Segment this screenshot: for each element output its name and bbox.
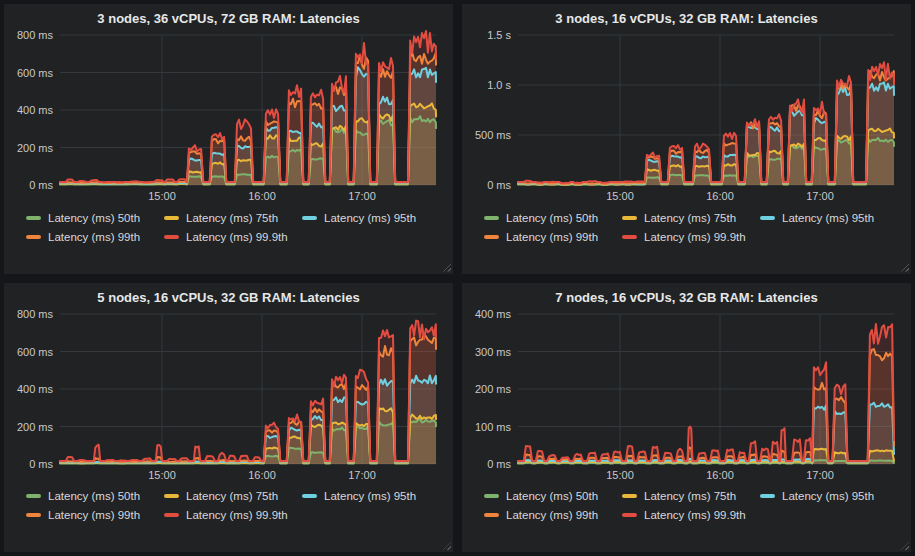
legend-color-swatch [484, 216, 499, 220]
panel-3n-36vcpu: 3 nodes, 36 vCPUs, 72 GB RAM: Latencies … [4, 4, 453, 274]
legend-label: Latency (ms) 99th [506, 509, 598, 521]
panel-resize-handle-icon[interactable] [443, 264, 451, 272]
y-tick-label: 400 ms [475, 308, 512, 320]
legend-color-swatch [26, 513, 41, 517]
y-tick-label: 300 ms [475, 345, 512, 357]
panel-title[interactable]: 3 nodes, 36 vCPUs, 72 GB RAM: Latencies [14, 9, 443, 29]
latency-graph[interactable]: 0 ms200 ms400 ms600 ms800 ms15:0016:0017… [14, 29, 441, 205]
legend-color-swatch [484, 235, 499, 239]
x-tick-label: 15:00 [606, 469, 634, 481]
legend-color-swatch [760, 494, 775, 498]
legend-color-swatch [484, 513, 499, 517]
legend-label: Latency (ms) 75th [186, 212, 278, 224]
legend-item[interactable]: Latency (ms) 75th [164, 487, 302, 506]
legend-item[interactable]: Latency (ms) 50th [484, 208, 622, 227]
panel-title[interactable]: 3 nodes, 16 vCPUs, 32 GB RAM: Latencies [472, 9, 901, 29]
y-tick-label: 0 ms [487, 458, 511, 470]
legend-color-swatch [622, 494, 637, 498]
dashboard: 3 nodes, 36 vCPUs, 72 GB RAM: Latencies … [0, 0, 915, 556]
legend-item[interactable]: Latency (ms) 75th [622, 487, 760, 506]
panel-resize-handle-icon[interactable] [901, 542, 909, 550]
graph-legend: Latency (ms) 50thLatency (ms) 75thLatenc… [472, 487, 901, 525]
legend-item[interactable]: Latency (ms) 99th [484, 506, 622, 525]
y-tick-label: 100 ms [475, 420, 512, 432]
x-tick-label: 17:00 [806, 190, 834, 202]
x-tick-label: 15:00 [606, 190, 634, 202]
legend-color-swatch [164, 216, 179, 220]
legend-color-swatch [760, 216, 775, 220]
panel-title[interactable]: 7 nodes, 16 vCPUs, 32 GB RAM: Latencies [472, 288, 901, 308]
x-tick-label: 17:00 [348, 190, 376, 202]
legend-label: Latency (ms) 50th [48, 490, 140, 502]
legend-item[interactable]: Latency (ms) 95th [302, 487, 440, 506]
y-tick-label: 1.0 s [487, 79, 511, 91]
x-tick-label: 16:00 [248, 190, 276, 202]
x-tick-label: 16:00 [706, 469, 734, 481]
y-tick-label: 400 ms [17, 383, 54, 395]
legend-label: Latency (ms) 95th [324, 490, 416, 502]
y-tick-label: 600 ms [17, 345, 54, 357]
legend-color-swatch [164, 235, 179, 239]
legend-label: Latency (ms) 95th [782, 490, 874, 502]
legend-color-swatch [622, 216, 637, 220]
legend-color-swatch [26, 494, 41, 498]
legend-item[interactable]: Latency (ms) 75th [164, 208, 302, 227]
legend-label: Latency (ms) 99.9th [644, 231, 746, 243]
y-tick-label: 500 ms [475, 129, 512, 141]
legend-label: Latency (ms) 75th [186, 490, 278, 502]
legend-label: Latency (ms) 75th [644, 212, 736, 224]
graph-legend: Latency (ms) 50thLatency (ms) 75thLatenc… [472, 208, 901, 246]
legend-item[interactable]: Latency (ms) 99th [26, 227, 164, 246]
legend-color-swatch [622, 235, 637, 239]
legend-color-swatch [622, 513, 637, 517]
legend-item[interactable]: Latency (ms) 99.9th [622, 506, 760, 525]
legend-item[interactable]: Latency (ms) 50th [484, 487, 622, 506]
legend-label: Latency (ms) 99th [48, 231, 140, 243]
panel-title[interactable]: 5 nodes, 16 vCPUs, 32 GB RAM: Latencies [14, 288, 443, 308]
legend-item[interactable]: Latency (ms) 95th [760, 487, 898, 506]
panel-7n-16vcpu: 7 nodes, 16 vCPUs, 32 GB RAM: Latencies … [462, 283, 911, 553]
legend-label: Latency (ms) 50th [506, 490, 598, 502]
legend-color-swatch [484, 494, 499, 498]
x-tick-label: 17:00 [806, 469, 834, 481]
legend-color-swatch [302, 494, 317, 498]
legend-item[interactable]: Latency (ms) 95th [760, 208, 898, 227]
legend-color-swatch [302, 216, 317, 220]
y-tick-label: 1.5 s [487, 29, 511, 41]
legend-color-swatch [164, 513, 179, 517]
y-tick-label: 200 ms [17, 420, 54, 432]
legend-color-swatch [164, 494, 179, 498]
x-tick-label: 16:00 [706, 190, 734, 202]
legend-label: Latency (ms) 50th [48, 212, 140, 224]
x-tick-label: 15:00 [148, 469, 176, 481]
legend-label: Latency (ms) 95th [782, 212, 874, 224]
legend-item[interactable]: Latency (ms) 99th [26, 506, 164, 525]
y-tick-label: 200 ms [475, 383, 512, 395]
panel-3n-16vcpu: 3 nodes, 16 vCPUs, 32 GB RAM: Latencies … [462, 4, 911, 274]
legend-item[interactable]: Latency (ms) 50th [26, 208, 164, 227]
legend-item[interactable]: Latency (ms) 50th [26, 487, 164, 506]
y-tick-label: 600 ms [17, 67, 54, 79]
legend-item[interactable]: Latency (ms) 99.9th [622, 227, 760, 246]
latency-graph[interactable]: 0 ms200 ms400 ms600 ms800 ms15:0016:0017… [14, 308, 441, 484]
legend-item[interactable]: Latency (ms) 99.9th [164, 227, 302, 246]
legend-item[interactable]: Latency (ms) 75th [622, 208, 760, 227]
panel-resize-handle-icon[interactable] [901, 264, 909, 272]
y-tick-label: 800 ms [17, 29, 54, 41]
latency-graph[interactable]: 0 ms500 ms1.0 s1.5 s15:0016:0017:00 [472, 29, 899, 205]
legend-label: Latency (ms) 50th [506, 212, 598, 224]
y-tick-label: 800 ms [17, 308, 54, 320]
legend-label: Latency (ms) 75th [644, 490, 736, 502]
latency-graph[interactable]: 0 ms100 ms200 ms300 ms400 ms15:0016:0017… [472, 308, 899, 484]
legend-item[interactable]: Latency (ms) 95th [302, 208, 440, 227]
y-tick-label: 400 ms [17, 104, 54, 116]
legend-item[interactable]: Latency (ms) 99.9th [164, 506, 302, 525]
y-tick-label: 0 ms [29, 458, 53, 470]
y-tick-label: 0 ms [29, 179, 53, 191]
y-tick-label: 200 ms [17, 142, 54, 154]
graph-legend: Latency (ms) 50thLatency (ms) 75thLatenc… [14, 487, 443, 525]
legend-color-swatch [26, 216, 41, 220]
x-tick-label: 15:00 [148, 190, 176, 202]
panel-resize-handle-icon[interactable] [443, 542, 451, 550]
legend-item[interactable]: Latency (ms) 99th [484, 227, 622, 246]
